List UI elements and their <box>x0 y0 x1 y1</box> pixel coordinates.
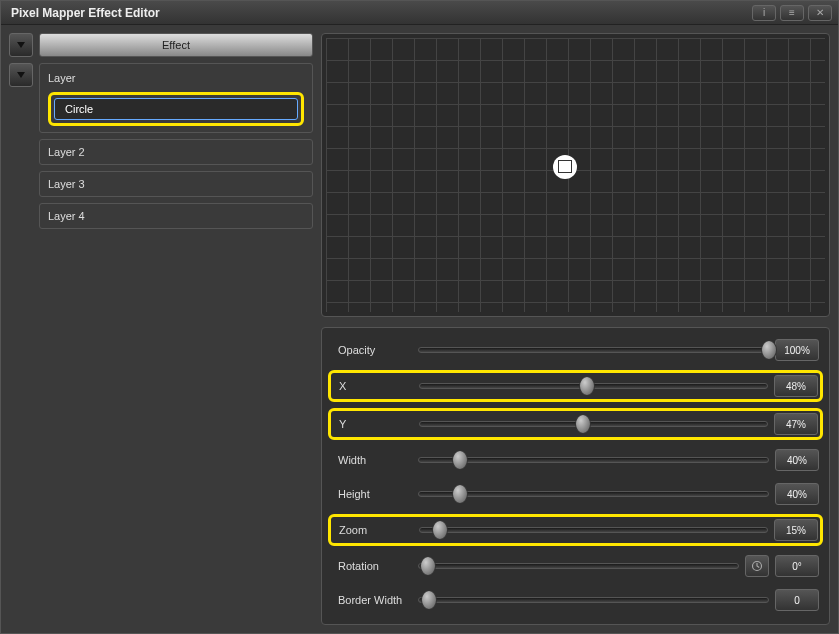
height-slider[interactable] <box>418 487 769 501</box>
close-button[interactable]: ✕ <box>808 5 832 21</box>
zoom-value[interactable]: 15% <box>774 519 818 541</box>
info-button[interactable]: i <box>752 5 776 21</box>
width-thumb[interactable] <box>452 450 468 470</box>
border-label: Border Width <box>332 594 418 606</box>
left-panel: Effect Layer Circle <box>1 25 321 633</box>
circle-label: Circle <box>65 103 93 115</box>
layer4-label: Layer 4 <box>48 210 85 222</box>
opacity-slider[interactable] <box>418 343 769 357</box>
rotation-thumb[interactable] <box>420 556 436 576</box>
effect-row: Effect <box>9 33 313 57</box>
circle-item[interactable]: Circle <box>54 98 298 120</box>
param-height: Height 40% <box>328 480 823 508</box>
border-value[interactable]: 0 <box>775 589 819 611</box>
width-value[interactable]: 40% <box>775 449 819 471</box>
rotation-label: Rotation <box>332 560 418 572</box>
right-panel: Opacity 100% X 48% Y <box>321 25 838 633</box>
height-thumb[interactable] <box>452 484 468 504</box>
effect-label: Effect <box>162 39 190 51</box>
layer1-box[interactable]: Layer Circle <box>39 63 313 133</box>
zoom-thumb[interactable] <box>432 520 448 540</box>
preview-area[interactable] <box>321 33 830 317</box>
content: Effect Layer Circle <box>1 25 838 633</box>
rotation-slider[interactable] <box>418 559 739 573</box>
layer2-box[interactable]: Layer 2 <box>39 139 313 165</box>
width-slider[interactable] <box>418 453 769 467</box>
y-value[interactable]: 47% <box>774 413 818 435</box>
preview-circle-shape[interactable] <box>553 155 577 179</box>
layer1-label: Layer <box>48 70 304 86</box>
preview-grid <box>326 38 825 312</box>
border-slider[interactable] <box>418 593 769 607</box>
zoom-slider[interactable] <box>419 523 768 537</box>
border-thumb[interactable] <box>421 590 437 610</box>
rotation-clock-button[interactable] <box>745 555 769 577</box>
opacity-value[interactable]: 100% <box>775 339 819 361</box>
param-opacity: Opacity 100% <box>328 336 823 364</box>
opacity-label: Opacity <box>332 344 418 356</box>
params-panel: Opacity 100% X 48% Y <box>321 327 830 625</box>
layer3-row: Layer 3 <box>9 171 313 197</box>
layer1-row: Layer Circle <box>9 63 313 133</box>
zoom-label: Zoom <box>333 524 419 536</box>
layer3-label: Layer 3 <box>48 178 85 190</box>
param-border: Border Width 0 <box>328 586 823 614</box>
param-zoom: Zoom 15% <box>328 514 823 546</box>
y-slider[interactable] <box>419 417 768 431</box>
layer2-row: Layer 2 <box>9 139 313 165</box>
x-value[interactable]: 48% <box>774 375 818 397</box>
param-x: X 48% <box>328 370 823 402</box>
window-title: Pixel Mapper Effect Editor <box>7 6 748 20</box>
y-label: Y <box>333 418 419 430</box>
effect-toggle[interactable] <box>9 33 33 57</box>
y-thumb[interactable] <box>575 414 591 434</box>
height-label: Height <box>332 488 418 500</box>
opacity-thumb[interactable] <box>761 340 777 360</box>
menu-button[interactable]: ≡ <box>780 5 804 21</box>
height-value[interactable]: 40% <box>775 483 819 505</box>
param-rotation: Rotation 0° <box>328 552 823 580</box>
window: Pixel Mapper Effect Editor i ≡ ✕ Effect … <box>0 0 839 634</box>
layer4-box[interactable]: Layer 4 <box>39 203 313 229</box>
titlebar: Pixel Mapper Effect Editor i ≡ ✕ <box>1 1 838 25</box>
effect-button[interactable]: Effect <box>39 33 313 57</box>
width-label: Width <box>332 454 418 466</box>
layer3-box[interactable]: Layer 3 <box>39 171 313 197</box>
layer1-toggle[interactable] <box>9 63 33 87</box>
rotation-value[interactable]: 0° <box>775 555 819 577</box>
x-thumb[interactable] <box>579 376 595 396</box>
param-width: Width 40% <box>328 446 823 474</box>
param-y: Y 47% <box>328 408 823 440</box>
x-label: X <box>333 380 419 392</box>
layer2-label: Layer 2 <box>48 146 85 158</box>
x-slider[interactable] <box>419 379 768 393</box>
circle-highlight: Circle <box>48 92 304 126</box>
layer4-row: Layer 4 <box>9 203 313 229</box>
